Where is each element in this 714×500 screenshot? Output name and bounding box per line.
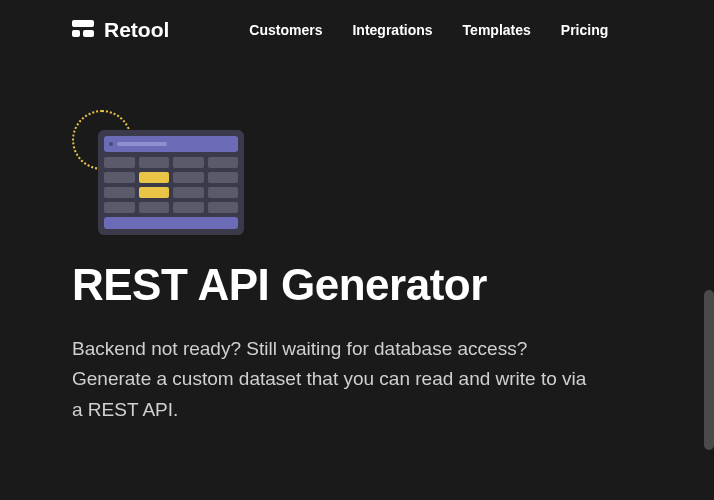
header: Retool Customers Integrations Templates … <box>0 0 714 60</box>
main-nav: Customers Integrations Templates Pricing <box>249 22 608 38</box>
hero-graphic <box>72 110 252 230</box>
nav-templates[interactable]: Templates <box>463 22 531 38</box>
table-icon <box>98 130 244 235</box>
hero-section: REST API Generator Backend not ready? St… <box>0 60 714 425</box>
page-title: REST API Generator <box>72 260 642 310</box>
nav-customers[interactable]: Customers <box>249 22 322 38</box>
logo-icon <box>72 20 94 40</box>
logo-text: Retool <box>104 18 169 42</box>
scrollbar[interactable] <box>704 290 714 450</box>
logo[interactable]: Retool <box>72 18 169 42</box>
nav-pricing[interactable]: Pricing <box>561 22 608 38</box>
page-description: Backend not ready? Still waiting for dat… <box>72 334 602 425</box>
nav-integrations[interactable]: Integrations <box>352 22 432 38</box>
